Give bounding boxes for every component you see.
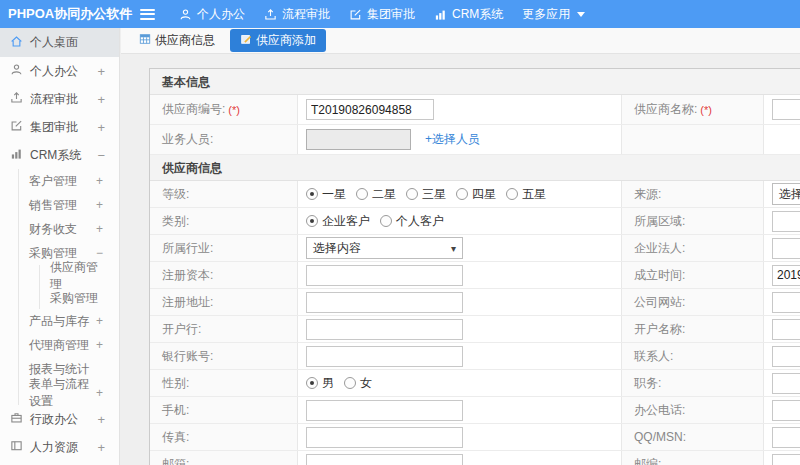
bank-input[interactable] bbox=[306, 319, 463, 340]
radio-option[interactable]: 个人客户 bbox=[380, 213, 444, 230]
region-input[interactable] bbox=[772, 211, 800, 232]
establish-date-input[interactable] bbox=[772, 265, 800, 286]
row-capital-date: 注册资本: 成立时间: bbox=[150, 262, 800, 289]
nav-flow-approval[interactable]: 流程审批 bbox=[264, 6, 330, 23]
home-icon bbox=[10, 35, 23, 51]
radio-icon bbox=[344, 377, 356, 389]
sidebar-item-customer-mgmt[interactable]: 客户管理 + bbox=[19, 169, 119, 193]
capital-input[interactable] bbox=[306, 265, 463, 286]
supplier-no-input[interactable] bbox=[306, 99, 434, 120]
job-title-input[interactable] bbox=[772, 373, 800, 394]
nav-personal-office[interactable]: 个人办公 bbox=[179, 6, 245, 23]
row-mobile-phone: 手机: 办公电话: bbox=[150, 397, 800, 424]
row-gender-title: 性别: 男 女 职务: bbox=[150, 370, 800, 397]
radio-icon bbox=[456, 188, 468, 200]
caret-down-icon: ▾ bbox=[451, 243, 456, 254]
account-name-input[interactable] bbox=[772, 319, 800, 340]
app-logo: PHPOA协同办公软件 bbox=[0, 5, 140, 23]
nav-group-approval[interactable]: 集团审批 bbox=[349, 6, 415, 23]
sidebar-item-finance[interactable]: 财务收支 + bbox=[19, 217, 119, 241]
required-mark: (*) bbox=[228, 104, 240, 116]
category-label: 类别: bbox=[150, 208, 298, 234]
crm-submenu: 客户管理 + 销售管理 + 财务收支 + 采购管理 − 供应商管理 采购管理 产… bbox=[18, 169, 119, 405]
radio-icon bbox=[306, 377, 318, 389]
person-icon bbox=[179, 8, 192, 21]
section-header-basic: 基本信息 bbox=[150, 69, 800, 95]
radio-option[interactable]: 男 bbox=[306, 375, 334, 392]
mobile-input[interactable] bbox=[306, 400, 463, 421]
bank-account-label: 银行账号: bbox=[150, 343, 298, 369]
tab-strip: 供应商信息 供应商添加 bbox=[121, 28, 800, 54]
row-email-zip: 邮箱: 邮编: bbox=[150, 451, 800, 465]
radio-option[interactable]: 一星 bbox=[306, 186, 346, 203]
sidebar-item-hr[interactable]: 人力资源 + bbox=[0, 433, 119, 461]
empty-label bbox=[622, 125, 764, 154]
top-navbar: PHPOA协同办公软件 个人办公 流程审批 集团审批 CRM系统 bbox=[0, 0, 800, 28]
sidebar-item-agent-mgmt[interactable]: 代理商管理 + bbox=[19, 333, 119, 357]
staff-input bbox=[306, 129, 411, 150]
radio-option[interactable]: 五星 bbox=[506, 186, 546, 203]
caret-down-icon bbox=[577, 12, 585, 17]
sidebar-item-personal-office[interactable]: 个人办公 + bbox=[0, 57, 119, 85]
office-phone-label: 办公电话: bbox=[622, 397, 764, 423]
reg-address-label: 注册地址: bbox=[150, 289, 298, 315]
qq-msn-input[interactable] bbox=[772, 427, 800, 448]
flow-icon bbox=[264, 8, 277, 21]
radio-option[interactable]: 女 bbox=[344, 375, 372, 392]
region-label: 所属区域: bbox=[622, 208, 764, 234]
zip-label: 邮编: bbox=[622, 451, 764, 465]
contact-input[interactable] bbox=[772, 346, 800, 367]
row-fax-qq: 传真: QQ/MSN: bbox=[150, 424, 800, 451]
radio-icon bbox=[506, 188, 518, 200]
radio-icon bbox=[306, 188, 318, 200]
nav-more-apps[interactable]: 更多应用 bbox=[522, 6, 585, 23]
zip-input[interactable] bbox=[772, 454, 800, 465]
sidebar-item-procurement[interactable]: 采购管理 bbox=[40, 287, 119, 309]
radio-option[interactable]: 三星 bbox=[406, 186, 446, 203]
grade-radio-group: 一星 二星 三星 四星 五星 bbox=[298, 181, 622, 207]
choose-staff-link[interactable]: +选择人员 bbox=[425, 131, 480, 148]
radio-icon bbox=[356, 188, 368, 200]
bank-account-input[interactable] bbox=[306, 346, 463, 367]
gender-label: 性别: bbox=[150, 370, 298, 396]
category-radio-group: 企业客户 个人客户 bbox=[298, 208, 622, 234]
radio-option[interactable]: 企业客户 bbox=[306, 213, 370, 230]
email-label: 邮箱: bbox=[150, 451, 298, 465]
hamburger-icon[interactable] bbox=[140, 9, 155, 20]
industry-select[interactable]: 选择内容▾ bbox=[306, 237, 463, 259]
supplier-no-label: 供应商编号:(*) bbox=[150, 95, 298, 124]
nav-crm-system[interactable]: CRM系统 bbox=[434, 6, 503, 23]
sidebar-item-supplier-mgmt[interactable]: 供应商管理 bbox=[40, 265, 119, 287]
section-header-supplier: 供应商信息 bbox=[150, 155, 800, 181]
tab-supplier-add[interactable]: 供应商添加 bbox=[230, 29, 326, 52]
chart-icon bbox=[434, 8, 447, 21]
legal-person-input[interactable] bbox=[772, 238, 800, 259]
website-input[interactable] bbox=[772, 292, 800, 313]
supplier-name-input[interactable] bbox=[772, 99, 800, 120]
edit-icon bbox=[10, 119, 23, 135]
staff-label: 业务人员: bbox=[150, 125, 298, 154]
reg-address-input[interactable] bbox=[306, 292, 463, 313]
empty-field bbox=[764, 125, 800, 154]
email-input[interactable] bbox=[306, 454, 463, 465]
fax-input[interactable] bbox=[306, 427, 463, 448]
sidebar-item-sales-mgmt[interactable]: 销售管理 + bbox=[19, 193, 119, 217]
sidebar-item-product-stock[interactable]: 产品与库存 + bbox=[19, 309, 119, 333]
supplier-name-label: 供应商名称:(*) bbox=[622, 95, 764, 124]
sidebar-item-group-approval[interactable]: 集团审批 + bbox=[0, 113, 119, 141]
establish-date-label: 成立时间: bbox=[622, 262, 764, 288]
sidebar-item-form-flow-settings[interactable]: 表单与流程设置 + bbox=[19, 381, 119, 405]
sidebar-item-doc-mgmt[interactable]: 公文管理 + bbox=[0, 461, 119, 465]
tab-supplier-info[interactable]: 供应商信息 bbox=[133, 29, 221, 52]
sidebar-item-crm[interactable]: CRM系统 − bbox=[0, 141, 119, 169]
hr-icon bbox=[10, 439, 23, 455]
sidebar-item-flow-approval[interactable]: 流程审批 + bbox=[0, 85, 119, 113]
industry-label: 所属行业: bbox=[150, 235, 298, 261]
sidebar-item-desktop[interactable]: 个人桌面 bbox=[0, 28, 119, 57]
radio-option[interactable]: 四星 bbox=[456, 186, 496, 203]
website-label: 公司网站: bbox=[622, 289, 764, 315]
source-select[interactable]: 选择内容▾ bbox=[772, 183, 800, 205]
flow-icon bbox=[10, 91, 23, 107]
radio-option[interactable]: 二星 bbox=[356, 186, 396, 203]
office-phone-input[interactable] bbox=[772, 400, 800, 421]
